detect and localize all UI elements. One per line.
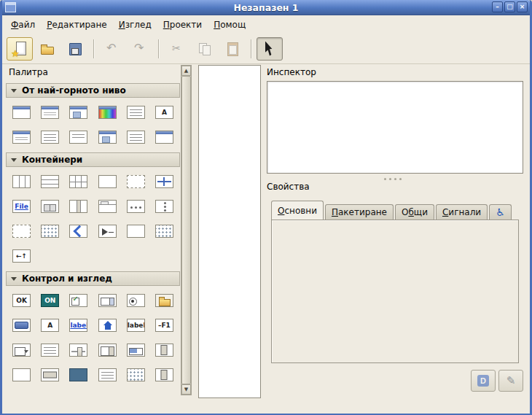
palette-textview[interactable] <box>96 365 119 384</box>
palette-combo-box-entry[interactable] <box>10 341 33 360</box>
palette-image[interactable]: A <box>39 316 61 335</box>
palette-layout[interactable] <box>153 222 176 241</box>
menu-help[interactable]: Помощ <box>208 17 251 33</box>
palette-text-entry[interactable] <box>10 316 33 335</box>
action-button-edit[interactable]: ✎ <box>498 370 523 392</box>
palette-offscreen-window[interactable] <box>125 128 147 147</box>
palette-vscrollbar[interactable] <box>153 341 176 360</box>
widget-icon-statusbar <box>12 368 31 381</box>
palette-combo-box[interactable] <box>96 291 119 310</box>
palette-viewport[interactable] <box>125 222 147 241</box>
widget-icon-offscreen-window <box>127 131 145 144</box>
scroll-up-icon[interactable]: ▲ <box>181 66 191 76</box>
menu-file[interactable]: Файл <box>5 17 41 33</box>
palette-radio-button[interactable] <box>125 291 147 310</box>
palette-hscale[interactable] <box>67 341 90 360</box>
palette-statusbar[interactable] <box>10 365 33 384</box>
widget-icon-notebook <box>98 200 117 213</box>
palette-section-header-toplevel[interactable]: От най-горното ниво <box>6 83 180 98</box>
palette-spin-button[interactable] <box>96 341 119 360</box>
palette-hbuttonbox[interactable] <box>125 197 147 216</box>
menu-edit[interactable]: Редактиране <box>41 17 113 33</box>
toolbar-redo[interactable] <box>127 37 153 61</box>
palette-vseparator[interactable] <box>153 365 176 384</box>
palette-frame[interactable] <box>96 172 119 191</box>
action-button-devhelp[interactable]: D <box>471 370 496 392</box>
scroll-down-icon[interactable]: ▼ <box>181 384 191 395</box>
palette-dialog[interactable] <box>39 103 61 122</box>
toolbar-paste[interactable] <box>219 37 246 61</box>
palette-recent-chooser-dialog[interactable] <box>67 128 90 147</box>
palette-section-header-control[interactable]: Контрол и изглед <box>6 271 180 286</box>
tab-general[interactable]: Основни <box>271 201 324 220</box>
scrollbar-thumb[interactable] <box>181 76 191 384</box>
palette-notebook[interactable] <box>96 197 119 216</box>
widget-icon-dialog <box>41 106 59 119</box>
palette-handlebox[interactable] <box>67 222 90 241</box>
toolbar-undo[interactable] <box>99 37 125 61</box>
palette-drawing-area[interactable] <box>67 365 90 384</box>
palette-file-chooser-dialog[interactable] <box>125 103 147 122</box>
menu-view[interactable]: Изглед <box>113 17 157 33</box>
palette-paned[interactable] <box>67 197 90 216</box>
widget-icon-font-button <box>98 319 117 332</box>
paned-handle[interactable] <box>384 177 406 181</box>
palette-icon-view[interactable] <box>125 365 147 384</box>
tab-common[interactable]: Общи <box>395 204 434 220</box>
palette-accel-label[interactable]: –F1 <box>153 316 176 335</box>
inspector-tree[interactable] <box>267 81 523 174</box>
palette-hbox[interactable] <box>10 172 33 191</box>
palette-toolbar[interactable] <box>39 197 61 216</box>
tab-packing[interactable]: Пакетиране <box>325 204 394 220</box>
palette-scrolled-window[interactable] <box>153 172 176 191</box>
toolbar-cut[interactable] <box>164 37 190 61</box>
design-canvas[interactable] <box>198 65 261 398</box>
palette-vbox[interactable] <box>39 172 61 191</box>
palette-about-dialog[interactable] <box>67 103 90 122</box>
widget-icon-window <box>12 106 31 119</box>
palette-font-selection-dialog[interactable]: A <box>153 103 176 122</box>
palette-section-header-containers[interactable]: Контейнери <box>6 152 180 167</box>
palette-expander[interactable] <box>10 222 33 241</box>
palette-label[interactable]: label <box>125 316 147 335</box>
minimize-button[interactable]: – <box>492 1 503 12</box>
toolbar-copy[interactable] <box>192 37 218 61</box>
palette-window[interactable] <box>10 103 33 122</box>
palette-table[interactable] <box>67 172 90 191</box>
palette-message-dialog[interactable] <box>39 128 61 147</box>
palette-fixed[interactable] <box>125 172 147 191</box>
palette-toggle-button[interactable]: ON <box>39 291 61 310</box>
palette-progress-bar[interactable] <box>125 341 147 360</box>
close-button[interactable]: × <box>517 1 528 12</box>
palette-iconview[interactable] <box>39 222 61 241</box>
palette-input-dialog[interactable] <box>10 128 33 147</box>
maximize-button[interactable]: □ <box>504 1 515 12</box>
tab-accessibility[interactable]: ♿ <box>489 204 512 220</box>
widget-icon-layout <box>155 225 173 238</box>
palette-assistant[interactable] <box>96 128 119 147</box>
palette-file-chooser-button[interactable] <box>153 291 176 310</box>
palette-arrow[interactable] <box>96 222 119 241</box>
palette-plug[interactable] <box>153 128 176 147</box>
tab-signals[interactable]: Сигнали <box>436 204 488 220</box>
palette-hscrollbar[interactable] <box>39 365 61 384</box>
palette-menubar[interactable]: File <box>10 197 33 216</box>
palette-color-selection-dialog[interactable] <box>96 103 119 122</box>
palette-text-view[interactable] <box>39 341 61 360</box>
window-menu-icon[interactable] <box>5 2 16 12</box>
palette-vbuttonbox[interactable] <box>153 197 176 216</box>
palette-font-button[interactable] <box>96 316 119 335</box>
toolbar-pointer[interactable] <box>257 37 283 61</box>
palette-alignment[interactable]: ←↑ <box>10 247 33 265</box>
palette-button[interactable]: OK <box>10 291 33 310</box>
widget-icon-message-dialog <box>41 131 59 144</box>
menu-projects[interactable]: Проекти <box>157 17 208 33</box>
palette-link-button[interactable]: label <box>67 316 90 335</box>
palette-check-button[interactable] <box>67 291 90 310</box>
toolbar-new[interactable] <box>7 37 33 61</box>
toolbar-save[interactable] <box>62 37 88 61</box>
titlebar[interactable]: Незапазен 1 – □ × <box>2 0 530 15</box>
toolbar-open[interactable] <box>34 37 60 61</box>
expander-down-icon <box>11 277 17 281</box>
palette-scrollbar[interactable]: ▲ ▼ <box>181 65 192 395</box>
